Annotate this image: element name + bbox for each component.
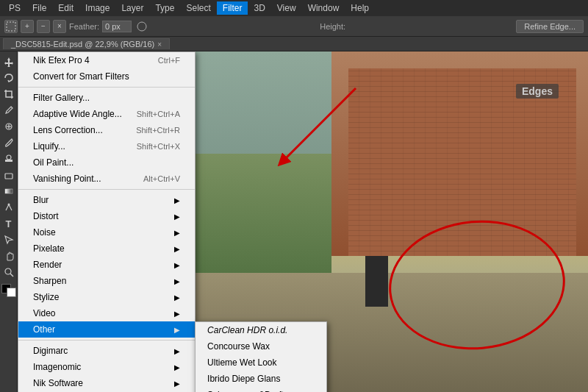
submenu-concourse-label: Concourse Wax [207,341,270,352]
eyedropper-icon [4,105,14,115]
height-label: Height: [320,22,345,31]
menu-nik-software[interactable]: Nik Software ▶ [18,375,195,391]
menu-layer[interactable]: Layer [115,1,149,15]
tool-brush[interactable] [1,135,16,150]
menu-filter[interactable]: Filter [217,1,248,15]
tool-text[interactable]: T [1,216,16,231]
menu-help[interactable]: Help [345,1,375,15]
separator-2 [18,189,195,190]
menu-liquify[interactable]: Liquify... Shift+Ctrl+X [18,138,195,154]
menu-imagenomic-label: Imagenomic [33,362,81,372]
svg-point-11 [5,268,11,274]
menu-oil-paint[interactable]: Oil Paint... [18,154,195,171]
menu-edit[interactable]: Edit [52,1,79,15]
render-arrow-icon: ▶ [174,261,180,269]
submenu-ultieme[interactable]: Ultieme Wet Look [196,354,326,371]
toolbar-intersect-selection[interactable]: × [53,20,66,33]
menu-nik-efex-shortcut: Ctrl+F [158,56,180,65]
menu-noise-label: Noise [33,227,56,238]
stamp-icon [4,154,14,164]
noise-arrow-icon: ▶ [174,229,180,237]
menu-3d[interactable]: 3D [248,1,270,15]
svg-rect-0 [7,22,15,31]
menu-blur[interactable]: Blur ▶ [18,192,195,208]
tool-path-select[interactable] [1,232,16,247]
tool-eraser[interactable] [1,168,16,182]
stylize-arrow-icon: ▶ [174,293,180,302]
menu-other[interactable]: Other ▶ CarClean HDR o.i.d. Concourse Wa… [18,321,195,338]
background-color[interactable] [7,288,16,297]
svg-point-10 [7,204,10,206]
menu-lens-correction[interactable]: Lens Correction... Shift+Ctrl+R [18,122,195,138]
menubar: PS File Edit Image Layer Type Select Fil… [0,0,588,16]
menu-sharpen[interactable]: Sharpen ▶ [18,273,195,289]
menu-render[interactable]: Render ▶ [18,257,195,273]
submenu-concourse[interactable]: Concourse Wax [196,338,326,354]
tool-crop[interactable] [1,87,16,101]
menu-view[interactable]: View [271,1,302,15]
tool-move[interactable] [1,54,16,69]
menu-digimarc[interactable]: Digimarc ▶ [18,343,195,359]
menu-stylize[interactable]: Stylize ▶ [18,289,195,305]
document-tab[interactable]: _DSC5815-Edit.psd @ 22,9% (RGB/16) × [3,38,170,49]
menu-imagenomic[interactable]: Imagenomic ▶ [18,359,195,375]
menu-noise[interactable]: Noise ▶ [18,224,195,240]
menu-blur-label: Blur [33,195,49,205]
tool-hand[interactable] [1,249,16,263]
tab-label: _DSC5815-Edit.psd @ 22,9% (RGB/16) [11,40,154,49]
toolbar-add-selection[interactable]: + [21,20,34,33]
tool-stamp[interactable] [1,152,16,166]
toolbar-new-selection[interactable] [4,20,18,33]
submenu-ibrido[interactable]: Ibrido Diepe Glans [196,371,326,387]
menu-type[interactable]: Type [149,1,180,15]
brush-icon [4,138,14,148]
menu-select[interactable]: Select [180,1,216,15]
blur-arrow-icon: ▶ [174,196,180,204]
menu-ps[interactable]: PS [3,1,26,15]
nik-software-arrow-icon: ▶ [174,379,180,388]
menu-window[interactable]: Window [302,1,345,15]
menu-adaptive-wide[interactable]: Adaptive Wide Angle... Shift+Ctrl+A [18,106,195,122]
menu-vanishing-point[interactable]: Vanishing Point... Alt+Ctrl+V [18,171,195,187]
path-select-icon [4,235,14,245]
menu-stylize-label: Stylize [33,292,59,302]
other-arrow-icon: ▶ [174,326,180,334]
anti-alias-icon [135,19,149,34]
svg-point-1 [137,22,146,31]
tool-pen[interactable] [1,200,16,215]
submenu-schuurspons[interactable]: Schuurspons&Dreft [196,387,326,392]
menu-nik-efex-label: Nik Efex Pro 4 [33,55,90,65]
color-swatches[interactable] [1,284,16,297]
menu-distort[interactable]: Distort ▶ [18,208,195,224]
menu-video[interactable]: Video ▶ [18,305,195,321]
refine-edges-button[interactable]: Refine Edge... [516,20,584,33]
feather-label: Feather: [69,22,99,31]
menu-digimarc-label: Digimarc [33,346,68,356]
menu-filter-gallery[interactable]: Filter Gallery... [18,90,195,106]
tool-zoom[interactable] [1,265,16,279]
toolbar-subtract-selection[interactable]: − [37,20,50,33]
tab-close-icon[interactable]: × [157,40,162,49]
sharpen-arrow-icon: ▶ [174,277,180,285]
separator-3 [18,340,195,341]
menu-pixelate[interactable]: Pixelate ▶ [18,240,195,257]
submenu-carclean[interactable]: CarClean HDR o.i.d. [196,322,326,338]
menu-adaptive-wide-shortcut: Shift+Ctrl+A [137,110,180,118]
feather-input[interactable] [102,21,132,32]
digimarc-arrow-icon: ▶ [174,347,180,355]
menu-file[interactable]: File [26,1,52,15]
tool-gradient[interactable] [1,184,16,199]
imagenomic-arrow-icon: ▶ [174,363,180,371]
svg-point-7 [7,155,11,160]
menu-convert-smart[interactable]: Convert for Smart Filters [18,68,195,85]
crop-icon [4,89,14,99]
menu-nik-efex[interactable]: Nik Efex Pro 4 Ctrl+F [18,52,195,68]
menu-distort-label: Distort [33,211,59,221]
menu-image[interactable]: Image [79,1,115,15]
tool-eyedropper[interactable] [1,103,16,118]
tool-lasso[interactable] [1,71,16,85]
svg-rect-9 [5,189,12,193]
tool-healbrush[interactable] [1,119,16,134]
text-tool-label: T [6,218,12,229]
submenu-carclean-label: CarClean HDR o.i.d. [207,325,287,335]
